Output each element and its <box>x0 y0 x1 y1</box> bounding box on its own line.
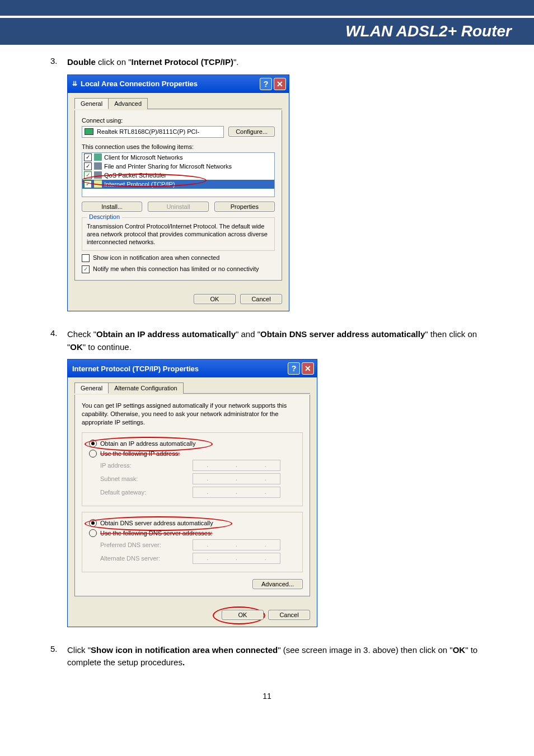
description-body: Transmission Control Protocol/Internet P… <box>87 222 270 246</box>
adapter-field: Realtek RTL8168C(P)/8111C(P) PCI- <box>82 126 224 138</box>
properties-button[interactable]: Properties <box>214 202 275 212</box>
step-4-num: 4. <box>50 328 67 353</box>
radio-dns-auto-label: Obtain DNS server address automatically <box>100 520 213 526</box>
local-area-connection-dialog: ⇊ Local Area Connection Properties ? ✕ G… <box>67 74 289 312</box>
help-button[interactable]: ? <box>288 362 300 375</box>
dialog1-title: Local Area Connection Properties <box>81 80 258 88</box>
gateway-label: Default gateway: <box>100 489 193 496</box>
header-title: WLAN ADSL2+ Router <box>345 22 512 40</box>
radio-dns-manual[interactable] <box>89 529 97 537</box>
dialog2-titlebar: Internet Protocol (TCP/IP) Properties ? … <box>68 360 317 377</box>
subnet-label: Subnet mask: <box>100 475 193 482</box>
pref-dns-label: Preferred DNS server: <box>100 542 193 548</box>
ip-address-input: ... <box>193 460 280 471</box>
subnet-input: ... <box>193 473 280 484</box>
list-item: ✓ Client for Microsoft Networks <box>82 153 274 162</box>
dialog2-title: Internet Protocol (TCP/IP) Properties <box>72 365 286 373</box>
dialog2-intro: You can get IP settings assigned automat… <box>82 402 303 427</box>
tab-general[interactable]: General <box>74 98 109 109</box>
show-icon-label: Show icon in notification area when conn… <box>93 254 219 261</box>
radio-ip-auto[interactable] <box>89 440 97 447</box>
gateway-input: ... <box>193 487 280 498</box>
checkbox-icon[interactable]: ✓ <box>84 171 92 179</box>
tab-advanced[interactable]: Advanced <box>108 98 148 109</box>
radio-ip-auto-label: Obtain an IP address automatically <box>100 440 195 447</box>
close-button[interactable]: ✕ <box>302 362 314 375</box>
tcpip-properties-dialog: Internet Protocol (TCP/IP) Properties ? … <box>67 359 317 627</box>
advanced-button[interactable]: Advanced... <box>252 579 303 589</box>
radio-ip-manual[interactable] <box>89 450 97 458</box>
connect-using-label: Connect using: <box>82 117 275 124</box>
dialog1-titlebar: ⇊ Local Area Connection Properties ? ✕ <box>68 75 289 93</box>
radio-ip-manual-label: Use the following IP address: <box>100 450 180 457</box>
list-item-selected[interactable]: ✓ Internet Protocol (TCP/IP) <box>82 180 274 189</box>
description-group: Description Transmission Control Protoco… <box>82 217 275 251</box>
cancel-button[interactable]: Cancel <box>240 294 282 304</box>
tab-general[interactable]: General <box>74 382 109 394</box>
top-blue-bar <box>0 0 534 16</box>
radio-dns-auto[interactable] <box>89 519 97 527</box>
uses-label: This connection uses the following items… <box>82 143 275 150</box>
notify-checkbox[interactable]: ✓ <box>82 265 90 273</box>
dialog1-tabs: General Advanced <box>74 97 282 109</box>
checkbox-icon[interactable]: ✓ <box>84 153 92 161</box>
radio-dns-manual-label: Use the following DNS server addresses: <box>100 530 213 536</box>
uninstall-button[interactable]: Uninstall <box>148 202 208 212</box>
step-3-num: 3. <box>50 56 67 69</box>
alt-dns-label: Alternate DNS server: <box>100 555 193 562</box>
ok-button[interactable]: OK <box>222 610 264 620</box>
pref-dns-input: ... <box>193 539 280 550</box>
install-button[interactable]: Install... <box>82 202 142 212</box>
step-5-text: Click "Show icon in notification area wh… <box>67 644 495 669</box>
show-icon-checkbox[interactable] <box>82 254 90 262</box>
close-button[interactable]: ✕ <box>274 78 286 90</box>
description-title: Description <box>87 213 122 220</box>
service-icon <box>94 171 102 179</box>
list-item: ✓ File and Printer Sharing for Microsoft… <box>82 162 274 171</box>
client-icon <box>94 153 102 161</box>
ip-address-label: IP address: <box>100 462 193 469</box>
items-listbox[interactable]: ✓ Client for Microsoft Networks ✓ File a… <box>82 152 275 197</box>
alt-dns-input: ... <box>193 553 280 564</box>
configure-button[interactable]: Configure... <box>228 127 275 137</box>
step-3-text: Double click on "Internet Protocol (TCP/… <box>67 56 495 69</box>
connection-icon: ⇊ <box>72 80 77 87</box>
ok-button[interactable]: OK <box>194 294 236 304</box>
service-icon <box>94 162 102 170</box>
checkbox-icon[interactable]: ✓ <box>84 180 92 188</box>
page-number: 11 <box>0 675 534 712</box>
help-button[interactable]: ? <box>260 78 272 90</box>
list-item: ✓ QoS Packet Scheduler <box>82 171 274 180</box>
nic-icon <box>85 128 93 135</box>
step-4-text: Check "Obtain an IP address automaticall… <box>67 328 495 353</box>
tab-alternate-config[interactable]: Alternate Configuration <box>108 382 184 394</box>
page-header: WLAN ADSL2+ Router <box>0 16 534 45</box>
dialog2-tabs: General Alternate Configuration <box>74 382 310 394</box>
cancel-button[interactable]: Cancel <box>268 610 310 620</box>
checkbox-icon[interactable]: ✓ <box>84 162 92 170</box>
protocol-icon <box>94 180 102 188</box>
step-5-num: 5. <box>50 644 67 669</box>
notify-label: Notify me when this connection has limit… <box>93 265 259 272</box>
